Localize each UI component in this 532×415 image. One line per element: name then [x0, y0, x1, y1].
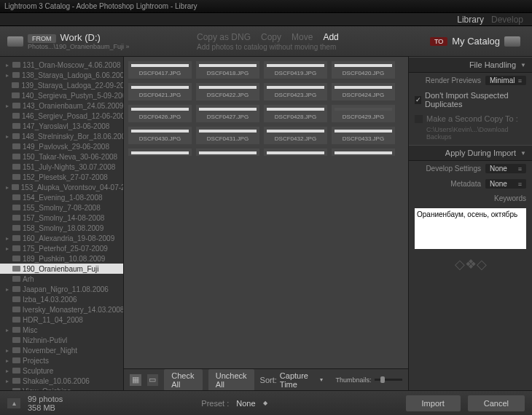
folder-item[interactable]: ▸November_Night: [0, 345, 123, 355]
folder-item[interactable]: 139_Staraya_Ladoga_22-09-2009: [0, 80, 123, 90]
thumb-checkbox[interactable]: ✓: [335, 87, 343, 89]
uncheck-all-button[interactable]: Uncheck All: [208, 369, 254, 391]
thumb-checkbox[interactable]: ✓: [335, 65, 343, 67]
thumbnail-cell[interactable]: ✓DSCF0421.JPG: [128, 83, 192, 100]
folder-item[interactable]: ▸131_Oran-Moscow_4.06.2008: [0, 60, 123, 70]
folder-item[interactable]: Iversky_Monastery_14.03.2008: [0, 304, 123, 315]
folder-item[interactable]: 155_Smolny_7-08-2008: [0, 202, 123, 213]
thumbnail-cell[interactable]: ✓DSCF0419.JPG: [264, 61, 327, 79]
thumb-filename: DSCF0429.JPG: [332, 112, 395, 122]
thumbnail-cell[interactable]: ✓DSCF0423.JPG: [264, 83, 327, 100]
apply-during-import-header[interactable]: Apply During Import▼: [409, 145, 532, 161]
thumb-checkbox[interactable]: ✓: [267, 65, 275, 67]
thumbnail-cell[interactable]: ✓DSCF0432.JPG: [264, 127, 327, 144]
thumb-checkbox[interactable]: ✓: [200, 87, 208, 89]
thumb-checkbox[interactable]: ✓: [132, 87, 140, 89]
folder-item[interactable]: ▸175_Peterhof_25-07-2009: [0, 243, 123, 253]
thumbnail-cell[interactable]: ✓DSCF0428.JPG: [264, 105, 327, 122]
action-add[interactable]: Add: [323, 32, 338, 42]
import-topbar: FROMWork (D:) Photos...\190_Oranienbaum_…: [0, 26, 532, 57]
folder-item[interactable]: ▸160_Alexandria_19-08-2009: [0, 233, 123, 243]
dupes-checkbox-row[interactable]: ✓Don't Import Suspected Duplicates: [409, 88, 532, 111]
thumbnail-cell[interactable]: ✓DSCF0420.JPG: [332, 61, 395, 79]
develop-settings-select[interactable]: None: [485, 164, 526, 173]
chevron-down-icon[interactable]: ▾: [320, 376, 323, 383]
thumbnail-cell[interactable]: ✓DSCF0430.JPG: [128, 127, 192, 144]
collapse-icon[interactable]: ▴: [7, 398, 20, 408]
preset-value[interactable]: None: [236, 399, 255, 408]
tab-library[interactable]: Library: [457, 15, 484, 25]
folder-item[interactable]: 149_Pavlovsk_29-06-2008: [0, 141, 123, 151]
thumb-checkbox[interactable]: ✓: [267, 108, 275, 111]
folder-item[interactable]: Arh: [0, 274, 123, 284]
folder-item[interactable]: ▸143_Oranienbaum_24.05.2009: [0, 100, 123, 111]
thumb-checkbox[interactable]: ✓: [132, 130, 140, 133]
folder-item[interactable]: ▸148_Strelninsky_Bor_18.06.2009: [0, 131, 123, 141]
folder-item[interactable]: ▸Jaapan_Nigro_11.08.2006: [0, 284, 123, 294]
thumbnail-cell[interactable]: ✓DSCF0433.JPG: [332, 127, 395, 144]
thumbnail-cell[interactable]: ✓DSCF0426.JPG: [128, 105, 192, 122]
thumbnail-cell[interactable]: ✓DSCF0422.JPG: [196, 83, 259, 100]
check-all-button[interactable]: Check All: [164, 369, 203, 391]
thumbnail-cell[interactable]: ✓DSCF0431.JPG: [196, 127, 259, 144]
metadata-select[interactable]: None: [485, 179, 526, 189]
thumbnail-cell[interactable]: ✓DSCF0417.JPG: [128, 61, 192, 79]
source-panel[interactable]: FROMWork (D:) Photos...\190_Oranienbaum_…: [7, 32, 131, 50]
action-copy[interactable]: Copy: [261, 32, 281, 42]
action-move[interactable]: Move: [292, 32, 313, 42]
folder-item[interactable]: 146_Sergiev_Posad_12-06-2008: [0, 111, 123, 121]
keywords-input[interactable]: Ораниенбаум, осень, октябрь: [415, 208, 526, 249]
folder-item[interactable]: Izba_14.03.2006: [0, 294, 123, 304]
action-copy-dng[interactable]: Copy as DNG: [197, 32, 251, 42]
destination-panel[interactable]: TO My Catalog: [415, 36, 525, 47]
cancel-button[interactable]: Cancel: [468, 395, 525, 411]
thumb-checkbox[interactable]: ✓: [200, 108, 208, 111]
thumb-size-slider[interactable]: [375, 379, 402, 381]
thumb-checkbox[interactable]: ✓: [200, 65, 208, 67]
folder-item[interactable]: 140_Sergieva_Pustyn_5-09-2009: [0, 90, 123, 100]
thumb-checkbox[interactable]: ✓: [132, 65, 140, 67]
folder-item[interactable]: 158_Smolny_18.08.2009: [0, 223, 123, 233]
grid-column: ✓DSCF0417.JPG✓DSCF0418.JPG✓DSCF0419.JPG✓…: [124, 57, 408, 390]
folder-item[interactable]: 147_Yaroslavl_13-06-2008: [0, 121, 123, 131]
thumb-filename: DSCF0423.JPG: [264, 90, 327, 100]
folder-icon: [12, 235, 20, 241]
thumb-checkbox[interactable]: ✓: [132, 108, 140, 111]
thumbnail-cell[interactable]: ✓DSCF0427.JPG: [196, 105, 259, 122]
thumb-checkbox[interactable]: ✓: [267, 130, 275, 133]
thumb-checkbox[interactable]: ✓: [200, 130, 208, 133]
folder-item[interactable]: ▸Sculpture: [0, 365, 123, 376]
folder-item[interactable]: HDR_11_04_2008: [0, 315, 123, 325]
folder-item[interactable]: 157_Smolny_14-08-2008: [0, 213, 123, 223]
folder-item[interactable]: Nizhnin-Putivl: [0, 335, 123, 345]
folder-item[interactable]: ▸138_Staraya_Ladoga_6.06.2008: [0, 70, 123, 80]
folder-tree[interactable]: ▸131_Oran-Moscow_4.06.2008▸138_Staraya_L…: [0, 57, 124, 390]
tab-develop[interactable]: Develop: [491, 15, 523, 25]
thumb-size-label: Thumbnails:: [336, 376, 372, 384]
thumbnail-grid[interactable]: ✓DSCF0417.JPG✓DSCF0418.JPG✓DSCF0419.JPG✓…: [124, 57, 408, 368]
thumb-checkbox[interactable]: ✓: [335, 130, 343, 133]
folder-item[interactable]: 154_Evening_1-08-2008: [0, 192, 123, 202]
dest-name: My Catalog: [452, 36, 500, 47]
second-copy-row[interactable]: Make a Second Copy To :: [409, 111, 532, 126]
folder-item[interactable]: ▸Projects: [0, 355, 123, 365]
file-handling-header[interactable]: File Handling▼: [409, 57, 532, 73]
thumbnail-cell[interactable]: ✓DSCF0418.JPG: [196, 61, 259, 79]
folder-item[interactable]: 189_Pushkin_10.08.2009: [0, 253, 123, 264]
thumb-checkbox[interactable]: ✓: [267, 87, 275, 89]
folder-item[interactable]: ▸Misc: [0, 325, 123, 335]
import-button[interactable]: Import: [406, 395, 461, 411]
grid-view-button[interactable]: ▦: [130, 374, 141, 386]
sort-value[interactable]: Capture Time: [280, 371, 317, 389]
loupe-view-button[interactable]: ▭: [147, 374, 159, 386]
folder-item[interactable]: 152_Plesetsk_27-07-2008: [0, 172, 123, 182]
folder-item[interactable]: 150_Takar-Neva_30-06-2008: [0, 151, 123, 162]
thumb-checkbox[interactable]: [335, 108, 343, 111]
folder-item[interactable]: ▸Shakale_10.06.2006: [0, 376, 123, 386]
render-previews-select[interactable]: Minimal: [485, 76, 526, 85]
folder-item[interactable]: ▸153_Alupka_Vorontsov_04-07-2008: [0, 182, 123, 192]
thumbnail-cell[interactable]: ✓DSCF0424.JPG: [332, 83, 395, 100]
folder-item[interactable]: 151_July-Nights_30.07.2008: [0, 162, 123, 172]
folder-item[interactable]: 190_Oranienbaum_Fuji: [0, 264, 123, 274]
thumbnail-cell[interactable]: DSCF0429.JPG: [332, 105, 395, 122]
